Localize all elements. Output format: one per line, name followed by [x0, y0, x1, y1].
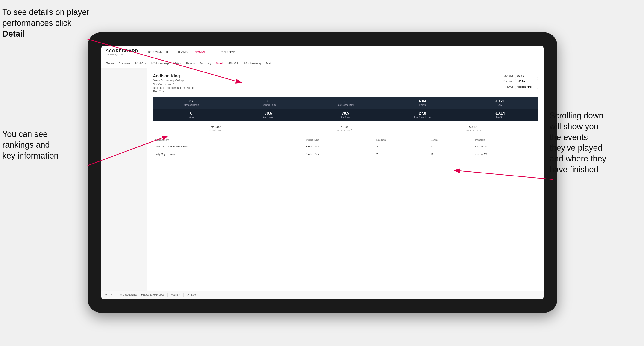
annotation-bottomleft: You can seerankings andkey information — [2, 129, 85, 161]
save-custom-btn[interactable]: 💾 Save Custom View — [141, 294, 164, 296]
subnav-players[interactable]: Players — [186, 61, 195, 66]
stat-regional-rank: 3 Regional Rank — [230, 97, 307, 109]
stat-points-label: Points — [386, 104, 459, 106]
stat-avg-sg-value: -10.14 — [463, 111, 536, 116]
cell-score-0: 17 — [429, 143, 473, 151]
share-btn[interactable]: ↗ Share — [187, 294, 196, 296]
stat-national-rank-label: National Rank — [155, 104, 228, 106]
cell-rounds-0: 2 — [374, 143, 429, 151]
overall-record-value: 91-20-1 — [209, 125, 224, 129]
cell-rounds-1: 2 — [374, 151, 429, 158]
logo-title: SCOREBOARD — [106, 49, 138, 54]
stat-adj-score-value: 78.5 — [309, 111, 382, 116]
stat-avg-sg: -10.14 Avg SG — [461, 109, 538, 121]
nav-tournaments[interactable]: TOURNAMENTS — [148, 49, 170, 55]
stat-wins: 0 Wins — [153, 109, 230, 121]
watch-label: Watch ▾ — [171, 294, 180, 296]
subnav-summary[interactable]: Summary — [118, 61, 130, 66]
cell-tournament-0: Estella CC- Mountain Classic — [153, 143, 304, 151]
nav-committee[interactable]: COMMITTEE — [195, 49, 212, 55]
subnav-matrix[interactable]: Matrix — [174, 61, 181, 66]
stat-conference-rank: 3 Conference Rank — [307, 97, 384, 109]
top50-record-label: Record vs top 50 — [465, 129, 482, 131]
division-label: Division — [504, 80, 513, 83]
player-filter-row: Player Addison King — [505, 85, 538, 89]
player-filter-label: Player — [505, 85, 513, 88]
stat-sos-label: SoS — [463, 104, 536, 106]
stat-avg-score-par-value: 27.8 — [386, 111, 459, 116]
annotation-bottomleft-text: You can seerankings andkey information — [2, 129, 58, 160]
top50-record-value: 5-11-1 — [465, 125, 482, 129]
sep2 — [168, 293, 168, 297]
stats-grid-row2: 0 Wins 79.6 Avg Score 78.5 Adj Score 27.… — [153, 109, 538, 121]
subnav-h2hgrid[interactable]: H2H Grid — [135, 61, 147, 66]
annotation-right-text: Scrolling downwill show youthe eventsthe… — [550, 111, 606, 174]
col-position: Position — [473, 137, 538, 143]
save-custom-label: Save Custom View — [144, 294, 164, 296]
subnav-teams[interactable]: Teams — [106, 61, 114, 66]
tablet-frame: SCOREBOARD Powered by clippd TOURNAMENTS… — [88, 32, 558, 313]
top25-record-value: 1-5-0 — [336, 125, 353, 129]
nav-teams[interactable]: TEAMS — [177, 49, 188, 55]
division-filter-row: Division NJCAA I — [504, 79, 538, 83]
tournament-table: Tournament Event Type Rounds Score Posit… — [153, 137, 538, 158]
stat-wins-label: Wins — [155, 116, 228, 119]
stat-sos-value: -19.71 — [463, 99, 536, 103]
top-nav: SCOREBOARD Powered by clippd TOURNAMENTS… — [101, 46, 544, 59]
top25-record: 1-5-0 Record vs top 25 — [336, 125, 353, 131]
subnav-h2hheatmap[interactable]: H2H Heatmap — [151, 61, 169, 66]
subnav-h2hheatmap2[interactable]: H2H Heatmap — [244, 61, 262, 66]
sidebar-spacer — [101, 68, 148, 291]
stat-sos: -19.71 SoS — [461, 97, 538, 109]
stat-national-rank-value: 37 — [155, 99, 228, 103]
redo-btn[interactable]: ↷ — [110, 294, 112, 296]
view-original-btn[interactable]: 👁 View: Original — [120, 294, 137, 296]
player-filters: Gender Women Division NJCAA I — [504, 74, 538, 93]
stat-avg-sg-label: Avg SG — [463, 116, 536, 119]
player-select[interactable]: Addison King — [515, 85, 538, 89]
overall-record: 91-20-1 Overall Record — [209, 125, 224, 131]
col-event-type: Event Type — [304, 137, 374, 143]
subnav-h2hgrid2[interactable]: H2H Grid — [228, 61, 239, 66]
player-info: Addison King Mesa Community College NJCA… — [153, 74, 194, 93]
annotation-topleft: To see details on player performances cl… — [2, 7, 90, 39]
subnav-matrix2[interactable]: Matrix — [266, 61, 274, 66]
undo-btn[interactable]: ↶ — [105, 294, 107, 296]
records-row: 91-20-1 Overall Record 1-5-0 Record vs t… — [153, 124, 538, 133]
stat-conference-rank-value: 3 — [309, 99, 382, 103]
division-select[interactable]: NJCAA I — [515, 79, 538, 83]
logo: SCOREBOARD Powered by clippd — [106, 49, 138, 56]
cell-tournament-1: Lady Coyote Invite — [153, 151, 304, 158]
col-score: Score — [429, 137, 473, 143]
stat-avg-score: 79.6 Avg Score — [230, 109, 307, 121]
gender-filter-row: Gender Women — [504, 74, 538, 78]
subnav-detail[interactable]: Detail — [216, 61, 224, 66]
tablet-screen: SCOREBOARD Powered by clippd TOURNAMENTS… — [101, 46, 544, 299]
stat-points-value: 6.04 — [386, 99, 459, 103]
nav-rankings[interactable]: RANKINGS — [220, 49, 235, 55]
cell-position-1: 7 out of 20 — [473, 151, 538, 158]
logo-subtitle: Powered by clippd — [106, 54, 138, 56]
overall-record-label: Overall Record — [209, 129, 224, 131]
view-original-label: View: Original — [123, 294, 137, 296]
annotation-right: Scrolling downwill show youthe eventsthe… — [550, 110, 642, 175]
save-icon: 💾 — [141, 294, 144, 296]
stat-conference-rank-label: Conference Rank — [309, 104, 382, 106]
main-content: Addison King Mesa Community College NJCA… — [101, 68, 544, 291]
subnav-summary2[interactable]: Summary — [199, 61, 211, 66]
view-icon: 👁 — [120, 294, 122, 296]
share-icon: ↗ — [187, 294, 189, 296]
gender-select[interactable]: Women — [515, 74, 538, 78]
stat-avg-score-label: Avg Score — [232, 116, 305, 119]
cell-event-type-1: Stroke Play — [304, 151, 374, 158]
cell-event-type-0: Stroke Play — [304, 143, 374, 151]
stat-adj-score: 78.5 Adj Score — [307, 109, 384, 121]
watch-btn[interactable]: Watch ▾ — [171, 294, 180, 296]
stat-points: 6.04 Points — [384, 97, 461, 109]
stat-avg-score-par-label: Avg Score to Par — [386, 116, 459, 119]
table-row: Lady Coyote Invite Stroke Play 2 16 7 ou… — [153, 151, 538, 158]
player-division: NJCAA Division 1 — [153, 83, 194, 86]
player-college: Mesa Community College — [153, 79, 194, 82]
sep3 — [183, 293, 184, 297]
top25-record-label: Record vs top 25 — [336, 129, 353, 131]
